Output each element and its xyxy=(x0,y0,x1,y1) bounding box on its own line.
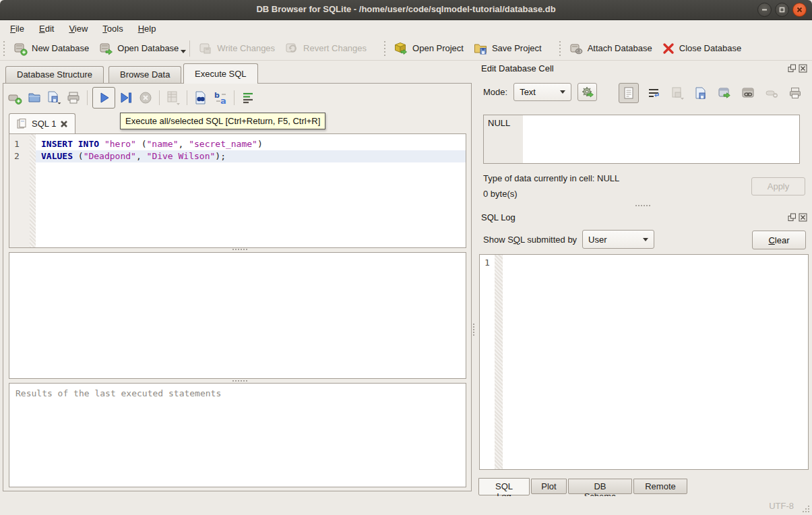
close-database-button[interactable]: Close Database xyxy=(657,39,747,58)
open-in-external-button[interactable] xyxy=(716,84,733,102)
attach-database-button[interactable]: Attach Database xyxy=(564,38,657,59)
print-cell-button[interactable] xyxy=(786,84,804,102)
print-sql-button[interactable] xyxy=(65,89,82,107)
menu-file[interactable]: File xyxy=(3,22,32,36)
menu-edit[interactable]: Edit xyxy=(32,22,61,36)
tab-browse-data[interactable]: Browse Data xyxy=(108,66,181,84)
set-null-button xyxy=(763,84,780,102)
splitter-handle[interactable] xyxy=(232,380,234,382)
open-sql-tab-button[interactable] xyxy=(6,89,24,107)
write-changes-label: Write Changes xyxy=(217,43,275,53)
import-in-cell-button[interactable] xyxy=(577,83,597,101)
close-window-button[interactable] xyxy=(792,3,807,17)
open-database-label: Open Database xyxy=(117,43,179,53)
open-sql-tab-icon xyxy=(7,90,22,105)
sql-log-folding-margin xyxy=(495,255,503,469)
write-changes-icon xyxy=(198,41,213,56)
replace-button[interactable]: b a xyxy=(212,89,229,107)
menu-help[interactable]: Help xyxy=(131,22,164,36)
sql-document-tab[interactable]: SQL 1 xyxy=(9,113,75,133)
revert-changes-icon xyxy=(284,41,299,56)
open-database-dropdown-icon[interactable] xyxy=(181,50,186,53)
sql-document-icon xyxy=(16,118,28,129)
tab-execute-sql-label: Execute SQL xyxy=(195,69,247,79)
export-cell-data-button[interactable] xyxy=(692,84,710,102)
find-icon xyxy=(193,90,208,105)
results-message-pane[interactable]: Results of the last executed statements xyxy=(9,383,466,487)
chevron-down-icon xyxy=(560,90,565,94)
copy-link-button[interactable] xyxy=(739,84,757,102)
save-project-label: Save Project xyxy=(492,43,542,53)
sql-log-view[interactable]: 1 xyxy=(479,254,809,470)
close-panel-icon[interactable] xyxy=(799,64,807,73)
execute-line-button[interactable] xyxy=(117,89,135,107)
sql-toolbar-separator xyxy=(159,90,160,105)
code-line[interactable]: VALUES ("Deadpond", "Dive Wilson"); xyxy=(36,150,466,162)
dock-tab-sql-log[interactable]: SQL Log xyxy=(478,478,530,495)
dock-tab-remote[interactable]: Remote xyxy=(633,479,687,494)
export-icon xyxy=(718,86,731,100)
sql-log-filter-select[interactable]: User xyxy=(582,230,654,249)
attach-database-label: Attach Database xyxy=(588,43,652,53)
show-sql-label: Show SQL submitted by xyxy=(483,235,577,245)
toolbar-drag-handle[interactable] xyxy=(3,41,5,56)
dock-splitter-handle[interactable] xyxy=(473,324,474,325)
titlebar[interactable]: DB Browser for SQLite - /home/user/code/… xyxy=(0,0,812,20)
open-sql-file-icon xyxy=(27,90,42,105)
save-project-button[interactable]: Save Project xyxy=(468,38,546,59)
open-sql-file-button[interactable] xyxy=(26,89,43,107)
print-icon xyxy=(66,90,81,105)
close-panel-icon[interactable] xyxy=(799,213,807,222)
resize-grip[interactable] xyxy=(808,511,809,512)
cell-value-text-area[interactable] xyxy=(523,115,799,163)
tab-database-structure[interactable]: Database Structure xyxy=(5,66,104,84)
float-panel-icon[interactable] xyxy=(788,64,797,73)
dock-tab-db-schema[interactable]: DB Schema xyxy=(568,479,632,494)
sql-log-panel-title: SQL Log xyxy=(481,212,516,222)
sql-log-filter-row: Show SQL submitted by User xyxy=(483,230,654,249)
open-project-button[interactable]: Open Project xyxy=(389,38,468,59)
save-sql-file-button[interactable] xyxy=(45,89,63,107)
window-controls xyxy=(757,3,807,17)
stop-icon xyxy=(139,91,152,104)
cell-editor-icon-row xyxy=(619,83,804,103)
cell-value-editor[interactable]: NULL xyxy=(483,115,800,164)
minimize-button[interactable] xyxy=(757,3,772,17)
find-button[interactable] xyxy=(192,89,210,107)
tooltip: Execute all/selected SQL [Ctrl+Return, F… xyxy=(120,113,325,129)
sql-toolbar-separator xyxy=(187,90,187,105)
menu-tools[interactable]: Tools xyxy=(95,22,130,36)
toolbar-drag-handle[interactable] xyxy=(559,41,561,56)
close-sql-tab-icon[interactable] xyxy=(60,120,68,128)
sql-log-text-area[interactable] xyxy=(503,255,808,469)
close-window-icon xyxy=(796,6,803,13)
save-results-icon xyxy=(165,90,181,106)
tab-execute-sql[interactable]: Execute SQL xyxy=(183,63,258,84)
code-line[interactable]: INSERT INTO "hero" ("name", "secret_name… xyxy=(36,138,466,150)
chevron-down-icon xyxy=(643,238,648,241)
sql-code-editor[interactable]: 12 INSERT INTO "hero" ("name", "secret_n… xyxy=(9,133,466,248)
text-mode-button[interactable] xyxy=(619,83,639,103)
clear-log-button[interactable]: Clear xyxy=(752,231,806,249)
results-grid-pane[interactable] xyxy=(9,252,466,379)
execute-all-button[interactable] xyxy=(92,87,115,109)
mode-select[interactable]: Text xyxy=(513,83,571,101)
menu-view[interactable]: View xyxy=(61,22,95,36)
float-panel-icon[interactable] xyxy=(788,213,797,222)
dock-tab-plot[interactable]: Plot xyxy=(531,479,567,494)
statusbar: UTF-8 xyxy=(0,496,812,515)
maximize-button[interactable] xyxy=(775,3,789,17)
word-wrap-button[interactable] xyxy=(645,84,662,102)
open-database-button[interactable]: Open Database xyxy=(94,38,183,59)
splitter-handle[interactable] xyxy=(232,249,234,250)
sql-log-panel-buttons xyxy=(788,213,807,222)
toolbar-drag-handle[interactable] xyxy=(383,41,386,56)
sql-code-area[interactable]: INSERT INTO "hero" ("name", "secret_name… xyxy=(36,134,466,247)
link-icon xyxy=(741,86,755,100)
replace-icon: b a xyxy=(213,90,228,105)
new-database-button[interactable]: New Database xyxy=(8,38,94,59)
dock-splitter-handle[interactable] xyxy=(635,205,637,206)
cell-value-gutter: NULL xyxy=(484,115,523,163)
svg-text:b: b xyxy=(214,91,220,100)
format-sql-button[interactable] xyxy=(239,89,257,107)
